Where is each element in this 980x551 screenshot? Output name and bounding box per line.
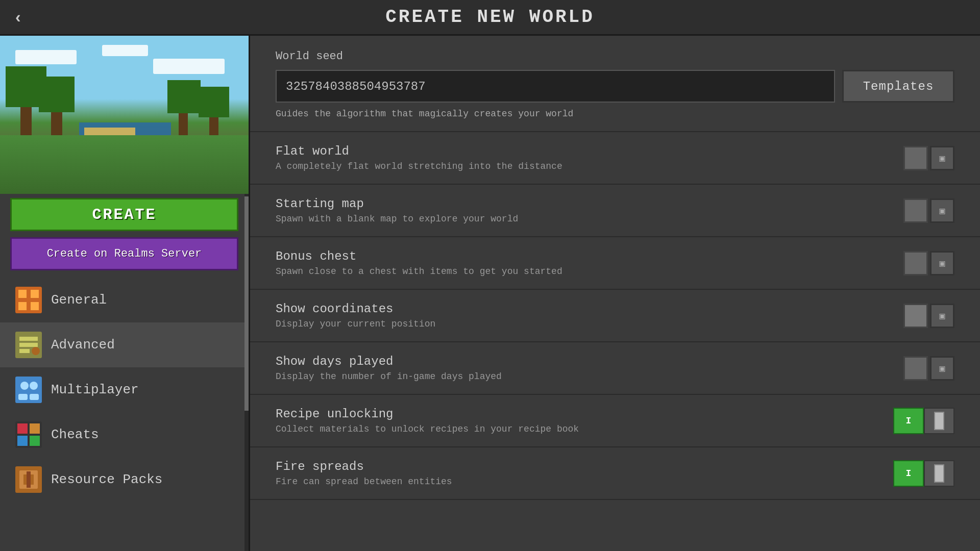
option-row-flat-world: Flat world A completely flat world stret… <box>250 132 980 185</box>
page-title: CREATE NEW WORLD <box>385 7 595 28</box>
header: ‹ CREATE NEW WORLD <box>0 0 980 36</box>
sidebar: CREATE Create on Realms Server General <box>0 36 250 551</box>
svg-rect-7 <box>19 343 38 347</box>
svg-rect-19 <box>30 436 40 446</box>
cloud-3 <box>153 59 225 74</box>
sidebar-item-general[interactable]: General <box>0 278 249 322</box>
world-seed-section: World seed Templates Guides the algorith… <box>250 36 980 132</box>
tree-top-2 <box>39 77 75 112</box>
option-title-recipe-unlocking: Recipe unlocking <box>276 407 893 421</box>
svg-point-12 <box>30 382 38 390</box>
advanced-icon <box>15 332 42 358</box>
sidebar-scrollbar-thumb <box>244 196 249 411</box>
option-info-bonus-chest: Bonus chest Spawn close to a chest with … <box>276 249 903 277</box>
realms-button[interactable]: Create on Realms Server <box>10 237 238 270</box>
cheats-icon <box>15 421 42 448</box>
svg-rect-2 <box>31 290 39 298</box>
cloud-2 <box>102 45 148 56</box>
cloud-1 <box>15 50 77 64</box>
toggle-box-bonus-chest[interactable] <box>903 251 928 276</box>
toggle-box-starting-map[interactable] <box>903 198 928 223</box>
nav-items: General Advanced <box>0 272 249 551</box>
content-panel[interactable]: World seed Templates Guides the algorith… <box>250 36 980 551</box>
svg-rect-16 <box>17 423 28 434</box>
svg-rect-13 <box>18 394 28 400</box>
option-title-show-days-played: Show days played <box>276 355 903 368</box>
option-info-show-days-played: Show days played Display the number of i… <box>276 355 903 382</box>
slider-thumb-fire-spreads <box>934 464 944 483</box>
toggle-icon-bonus-chest[interactable]: ▣ <box>930 251 954 276</box>
create-button[interactable]: CREATE <box>10 198 238 231</box>
toggle-show-coordinates[interactable]: ▣ <box>903 304 954 328</box>
option-info-flat-world: Flat world A completely flat world stret… <box>276 144 903 171</box>
sidebar-item-label-cheats: Cheats <box>51 427 99 442</box>
world-preview-canvas <box>0 36 249 194</box>
svg-rect-4 <box>31 302 39 310</box>
option-title-fire-spreads: Fire spreads <box>276 460 893 473</box>
sidebar-item-label-multiplayer: Multiplayer <box>51 382 139 397</box>
option-row-show-coordinates: Show coordinates Display your current po… <box>250 290 980 342</box>
general-icon <box>15 287 42 313</box>
tree-top-3 <box>167 80 201 113</box>
svg-rect-14 <box>30 394 39 400</box>
toggle-recipe-unlocking[interactable]: I <box>893 408 954 434</box>
slider-off-fire-spreads <box>924 460 954 487</box>
option-title-starting-map: Starting map <box>276 197 903 211</box>
world-seed-hint: Guides the algorithm that magically crea… <box>276 109 954 119</box>
option-title-flat-world: Flat world <box>276 144 903 158</box>
world-seed-input[interactable] <box>276 70 835 103</box>
svg-rect-23 <box>27 471 31 488</box>
slider-on-recipe-unlocking: I <box>893 408 924 434</box>
tree-top-4 <box>199 87 229 117</box>
slider-off-recipe-unlocking <box>924 408 954 434</box>
toggle-icon-starting-map[interactable]: ▣ <box>930 198 954 223</box>
slider-on-fire-spreads: I <box>893 460 924 487</box>
templates-button[interactable]: Templates <box>842 70 954 103</box>
sidebar-scrollbar[interactable] <box>244 194 249 551</box>
option-row-bonus-chest: Bonus chest Spawn close to a chest with … <box>250 237 980 290</box>
svg-rect-6 <box>19 337 38 341</box>
toggle-box-show-days-played[interactable] <box>903 356 928 381</box>
option-row-recipe-unlocking: Recipe unlocking Collect materials to un… <box>250 395 980 447</box>
option-row-show-days-played: Show days played Display the number of i… <box>250 342 980 395</box>
svg-rect-18 <box>17 436 28 446</box>
toggle-box-show-coordinates[interactable] <box>903 304 928 328</box>
toggle-icon-show-days-played[interactable]: ▣ <box>930 356 954 381</box>
option-info-show-coordinates: Show coordinates Display your current po… <box>276 302 903 329</box>
toggle-icon-show-coordinates[interactable]: ▣ <box>930 304 954 328</box>
sidebar-item-resource-packs[interactable]: Resource Packs <box>0 457 249 502</box>
main-content: CREATE Create on Realms Server General <box>0 36 980 551</box>
option-row-fire-spreads: Fire spreads Fire can spread between ent… <box>250 447 980 500</box>
toggle-icon-flat-world[interactable]: ▣ <box>930 146 954 170</box>
toggle-starting-map[interactable]: ▣ <box>903 198 954 223</box>
back-button[interactable]: ‹ <box>15 8 21 27</box>
world-preview <box>0 36 249 194</box>
option-row-starting-map: Starting map Spawn with a blank map to e… <box>250 185 980 237</box>
svg-rect-17 <box>30 423 40 434</box>
toggle-flat-world[interactable]: ▣ <box>903 146 954 170</box>
option-desc-flat-world: A completely flat world stretching into … <box>276 161 903 171</box>
option-desc-fire-spreads: Fire can spread between entities <box>276 477 893 487</box>
option-desc-starting-map: Spawn with a blank map to explore your w… <box>276 214 903 224</box>
option-desc-show-days-played: Display the number of in-game days playe… <box>276 371 903 382</box>
toggle-box-flat-world[interactable] <box>903 146 928 170</box>
option-desc-bonus-chest: Spawn close to a chest with items to get… <box>276 266 903 277</box>
slider-thumb-recipe-unlocking <box>934 412 944 430</box>
option-desc-show-coordinates: Display your current position <box>276 319 903 329</box>
multiplayer-icon <box>15 377 42 403</box>
toggle-bonus-chest[interactable]: ▣ <box>903 251 954 276</box>
option-info-recipe-unlocking: Recipe unlocking Collect materials to un… <box>276 407 893 434</box>
option-desc-recipe-unlocking: Collect materials to unlock recipes in y… <box>276 424 893 434</box>
sidebar-item-cheats[interactable]: Cheats <box>0 412 249 457</box>
sidebar-item-advanced[interactable]: Advanced <box>0 322 249 367</box>
svg-rect-1 <box>18 290 27 298</box>
resource-packs-icon <box>15 466 42 493</box>
option-info-fire-spreads: Fire spreads Fire can spread between ent… <box>276 460 893 487</box>
toggle-fire-spreads[interactable]: I <box>893 460 954 487</box>
option-title-bonus-chest: Bonus chest <box>276 249 903 263</box>
sidebar-item-label-resource-packs: Resource Packs <box>51 472 162 487</box>
toggle-show-days-played[interactable]: ▣ <box>903 356 954 381</box>
svg-point-9 <box>32 347 40 355</box>
sidebar-item-multiplayer[interactable]: Multiplayer <box>0 367 249 412</box>
option-info-starting-map: Starting map Spawn with a blank map to e… <box>276 197 903 224</box>
